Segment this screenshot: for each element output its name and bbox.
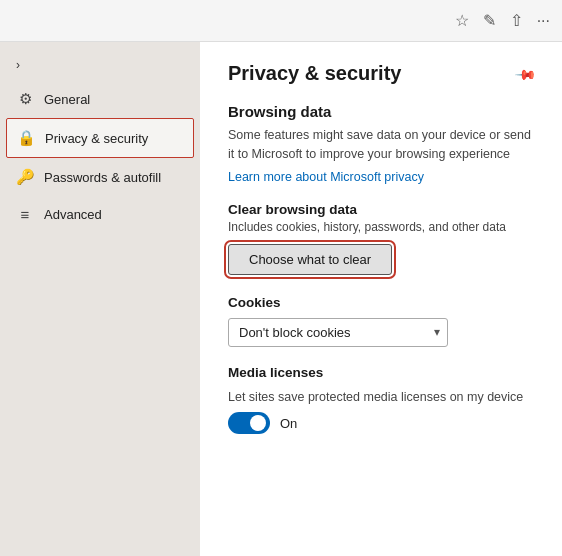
sidebar-item-general[interactable]: ⚙ General: [0, 80, 200, 118]
browser-toolbar: ☆ ✎ ⇧ ···: [0, 0, 562, 42]
lock-icon: 🔒: [17, 129, 35, 147]
cookies-section: Cookies Don't block cookies Block third-…: [228, 295, 534, 347]
content-header: Privacy & security 📌: [228, 62, 534, 85]
browsing-data-description: Some features might save data on your de…: [228, 126, 534, 164]
sidebar-item-passwords-autofill[interactable]: 🔑 Passwords & autofill: [0, 158, 200, 196]
privacy-link[interactable]: Learn more about Microsoft privacy: [228, 170, 534, 184]
sidebar-back-button[interactable]: ›: [0, 50, 200, 80]
main-layout: › ⚙ General 🔒 Privacy & security 🔑 Passw…: [0, 42, 562, 556]
sidebar-item-general-label: General: [44, 92, 90, 107]
sidebar-item-advanced[interactable]: ≡ Advanced: [0, 196, 200, 233]
browsing-data-title: Browsing data: [228, 103, 534, 120]
cookies-dropdown-wrapper: Don't block cookies Block third-party co…: [228, 318, 448, 347]
favorites-icon[interactable]: ☆: [455, 11, 469, 30]
toggle-state-label: On: [280, 416, 297, 431]
toggle-knob: [250, 415, 266, 431]
cookies-dropdown[interactable]: Don't block cookies Block third-party co…: [228, 318, 448, 347]
back-arrow-icon: ›: [16, 58, 20, 72]
reading-view-icon[interactable]: ✎: [483, 11, 496, 30]
pin-icon[interactable]: 📌: [514, 62, 537, 85]
advanced-icon: ≡: [16, 206, 34, 223]
browsing-data-section: Browsing data Some features might save d…: [228, 103, 534, 184]
sidebar-item-passwords-label: Passwords & autofill: [44, 170, 161, 185]
sidebar-item-advanced-label: Advanced: [44, 207, 102, 222]
media-licenses-toggle[interactable]: [228, 412, 270, 434]
clear-browsing-section: Clear browsing data Includes cookies, hi…: [228, 202, 534, 295]
media-licenses-title: Media licenses: [228, 365, 534, 380]
media-licenses-section: Media licenses Let sites save protected …: [228, 365, 534, 435]
more-icon[interactable]: ···: [537, 12, 550, 30]
clear-browsing-title: Clear browsing data: [228, 202, 534, 217]
media-licenses-toggle-row: On: [228, 412, 534, 434]
page-title: Privacy & security: [228, 62, 401, 85]
cookies-title: Cookies: [228, 295, 534, 310]
media-licenses-desc: Let sites save protected media licenses …: [228, 388, 534, 407]
key-icon: 🔑: [16, 168, 34, 186]
content-area: Privacy & security 📌 Browsing data Some …: [200, 42, 562, 556]
choose-what-to-clear-button[interactable]: Choose what to clear: [228, 244, 392, 275]
share-icon[interactable]: ⇧: [510, 11, 523, 30]
sidebar-item-privacy-security[interactable]: 🔒 Privacy & security: [6, 118, 194, 158]
sidebar: › ⚙ General 🔒 Privacy & security 🔑 Passw…: [0, 42, 200, 556]
gear-icon: ⚙: [16, 90, 34, 108]
sidebar-item-privacy-label: Privacy & security: [45, 131, 148, 146]
clear-browsing-desc: Includes cookies, history, passwords, an…: [228, 220, 534, 234]
